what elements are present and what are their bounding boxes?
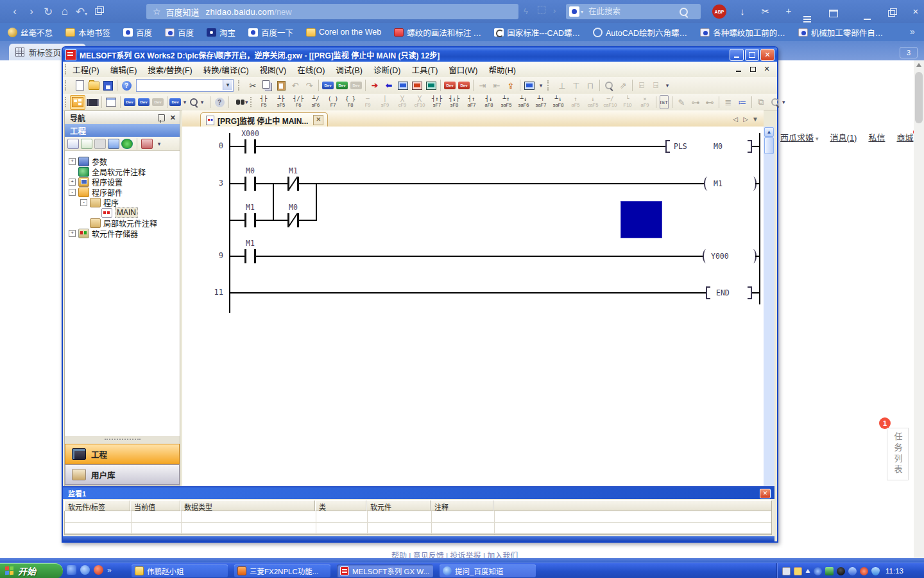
tree-item[interactable]: + 软元件存储器 — [65, 228, 180, 238]
home-icon[interactable]: ⌂ — [56, 5, 73, 18]
undo-icon[interactable]: ↶▾ — [73, 5, 90, 19]
menu-item[interactable]: 搜索/替换(F) — [148, 64, 192, 76]
menu-item[interactable]: 窗口(W) — [449, 64, 477, 76]
device-ccl-icon[interactable]: Dev — [151, 96, 165, 109]
page-footer-links[interactable]: 帮助 | 意见反馈 | 投诉举报 | 加入我们 — [391, 550, 558, 558]
bookmark-item[interactable]: 本地书签 — [65, 26, 110, 39]
taskbar-task-button[interactable]: 提问_百度知道 — [440, 565, 536, 577]
pulse-shape-icon[interactable]: ⊓ — [583, 79, 597, 92]
tray-g-icon[interactable] — [860, 567, 868, 575]
ladder-edit-up-icon[interactable]: ⊥ — [555, 79, 569, 92]
tree-item[interactable]: + 参数 — [65, 156, 180, 166]
bookmarks-overflow-icon[interactable]: » — [910, 26, 915, 37]
editor-tab-close-icon[interactable]: ✕ — [313, 115, 323, 125]
split-view-icon[interactable] — [90, 5, 107, 18]
undo-icon[interactable]: ↶ — [288, 79, 302, 92]
menu-item[interactable]: 转换/编译(C) — [203, 64, 249, 76]
watch-column-header[interactable]: 软元件/标签 — [64, 500, 130, 511]
element-selection-icon[interactable] — [85, 96, 99, 109]
bookmark-item[interactable]: 百度 — [123, 26, 152, 39]
ladder-tool-button[interactable]: ┤/├ F6 — [290, 95, 307, 109]
navigation-window-toggle-icon[interactable] — [70, 95, 85, 110]
taskbar-clock[interactable]: 11:13 — [886, 567, 903, 575]
menu-item[interactable]: 在线(O) — [297, 64, 325, 76]
page-link[interactable]: 私信 — [868, 131, 885, 143]
ladder-tool-button[interactable]: ┴⇂ saF8 — [550, 95, 567, 109]
ladder-tool-button[interactable]: ┴↑ saF5 — [498, 95, 515, 109]
device-test-icon[interactable]: ▾ — [189, 96, 208, 109]
menu-item[interactable]: 诊断(D) — [373, 64, 400, 76]
zoom-search-icon[interactable] — [602, 79, 616, 92]
ladder-tool-button[interactable]: × aF9 — [637, 95, 654, 109]
doc-find-icon[interactable] — [768, 96, 782, 109]
search-magnifier-icon[interactable] — [680, 8, 688, 16]
ladder-editor-canvas[interactable] — [182, 127, 764, 486]
bookmark-item[interactable]: 淘宝 — [207, 26, 235, 39]
watch-column-header[interactable]: 类 — [315, 500, 366, 511]
tree-item[interactable]: - 程序 — [65, 197, 180, 207]
find-binoculars-icon[interactable] — [231, 96, 245, 109]
ladder-tool-button[interactable]: ┴/ sF6 — [307, 95, 325, 109]
copy-icon[interactable] — [260, 79, 274, 92]
melsoft-titlebar[interactable]: MELSOFT系列 GX Works2 D:\plc保存\顺序开启，逆序关闭.g… — [63, 48, 777, 62]
taskbar-task-button[interactable]: 三菱FX2NPLC功能... — [234, 565, 330, 577]
inline-st2-icon[interactable]: ⍈ — [649, 79, 663, 92]
monitor-start-icon[interactable] — [396, 79, 410, 92]
pin-icon[interactable] — [158, 114, 165, 121]
tray-shield-icon[interactable] — [871, 567, 880, 575]
inline-st-icon[interactable]: ⍇ — [635, 79, 649, 92]
search-input[interactable] — [587, 6, 680, 17]
menu-item[interactable]: 工具(T) — [411, 64, 438, 76]
ladder-tool-button[interactable]: ┤├ F5 — [255, 95, 273, 109]
watch-column-header[interactable]: 软元件 — [366, 500, 431, 511]
taskbar-task-button[interactable]: MELSOFT系列 GX W... — [337, 565, 433, 577]
tree-item[interactable]: 局部软元件注释 — [65, 218, 180, 228]
open-project-icon[interactable] — [87, 79, 101, 92]
menu-item[interactable]: 工程(P) — [73, 64, 99, 76]
menu-item[interactable]: 视图(V) — [260, 64, 287, 76]
tray-keyboard-icon[interactable] — [782, 567, 791, 575]
device-display-icon[interactable]: Dev▾ — [169, 96, 189, 109]
output-window-icon[interactable] — [104, 96, 118, 109]
qr-code-icon[interactable] — [538, 6, 545, 13]
nav-refresh-icon[interactable] — [121, 139, 133, 149]
nav-splitter-grip[interactable] — [65, 436, 180, 442]
page-link[interactable]: 消息(1) — [830, 131, 857, 143]
mdi-minimize-icon[interactable] — [733, 64, 744, 74]
watch-titlebar[interactable]: 监看1 — [63, 487, 774, 499]
jump-doc-icon[interactable]: ⇗ — [616, 79, 630, 92]
back-icon[interactable]: ‹ — [6, 5, 23, 18]
tray-qq-icon[interactable] — [837, 567, 845, 575]
ladder-tool-button[interactable]: ↓ caF5 — [585, 95, 602, 109]
tree-item[interactable]: MAIN — [65, 207, 180, 218]
tray-blue-app-icon[interactable] — [848, 567, 857, 575]
screenshot-scissors-icon[interactable]: ✂ — [756, 6, 775, 17]
restore-window-icon[interactable] — [888, 8, 895, 19]
device-batch-icon[interactable]: Dev — [137, 96, 151, 109]
tray-expand-icon[interactable] — [805, 569, 810, 573]
ladder-tool-button[interactable]: ( ) F7 — [325, 95, 342, 109]
watch-column-header[interactable]: 注释 — [431, 500, 493, 511]
toolbar-combobox[interactable] — [136, 79, 234, 92]
step-run-icon[interactable]: ⇥ — [475, 79, 490, 92]
monitor-mode-icon[interactable]: ⊶ — [689, 96, 703, 109]
adblock-icon[interactable]: ABP — [712, 4, 726, 19]
help-icon[interactable]: ? — [119, 79, 133, 92]
ladder-tool-button[interactable]: ┤↑ aF7 — [463, 95, 481, 109]
mdi-restore-icon[interactable] — [748, 64, 758, 74]
editor-scroll-thumb[interactable] — [764, 137, 774, 154]
baidu-search-icon[interactable] — [569, 6, 579, 17]
lightning-icon[interactable]: ϟ — [524, 6, 528, 16]
bookmark-item[interactable]: 百度 — [165, 26, 194, 39]
quicklaunch-g-icon[interactable] — [94, 565, 103, 575]
monitor-stop-icon[interactable] — [410, 79, 424, 92]
melsoft-close-button[interactable]: ✕ — [760, 49, 774, 61]
step-break-icon[interactable]: ⇤ — [490, 79, 504, 92]
download-icon[interactable]: ↓ — [733, 6, 752, 17]
new-project-icon[interactable] — [73, 79, 87, 92]
menu-item[interactable]: 调试(B) — [336, 64, 363, 76]
minimize-window-icon[interactable] — [864, 11, 871, 22]
ladder-tool-button[interactable]: ↑ aF5 — [567, 95, 585, 109]
ladder-tool-button[interactable]: ─ F9 — [359, 95, 377, 109]
tree-item[interactable]: 全局软元件注释 — [65, 166, 180, 177]
